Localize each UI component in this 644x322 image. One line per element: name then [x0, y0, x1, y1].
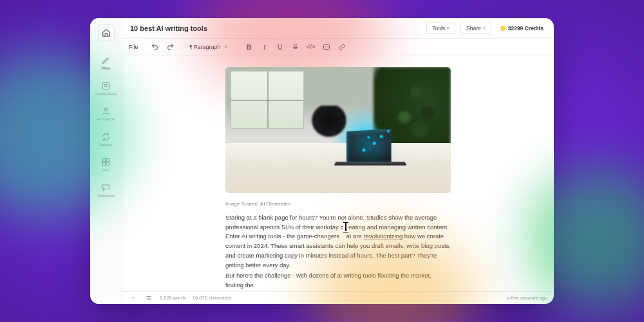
- article-paragraph[interactable]: But here's the challenge - with dozens o…: [225, 271, 451, 290]
- char-count: 16,070 characters: [193, 295, 231, 301]
- share-label: Share: [466, 25, 481, 32]
- credits-value: 32299 Credits: [508, 25, 544, 32]
- redo-icon: [166, 43, 175, 51]
- link-button[interactable]: [336, 41, 348, 53]
- svg-point-1: [104, 108, 107, 111]
- sidebar-item-chatsonic[interactable]: Chatsonic: [92, 179, 120, 202]
- svg-rect-5: [106, 163, 109, 166]
- svg-rect-3: [106, 159, 109, 162]
- article-icon: [101, 81, 111, 91]
- block-type-select[interactable]: ¶ Paragraph ▾: [187, 44, 232, 50]
- svg-rect-4: [103, 163, 106, 166]
- chevron-down-icon: ▾: [222, 44, 230, 50]
- link-icon: [338, 43, 346, 51]
- block-type-label: Paragraph: [194, 44, 221, 50]
- chat-icon: [101, 183, 111, 193]
- home-button[interactable]: [98, 24, 115, 41]
- strikethrough-icon: S: [293, 43, 298, 50]
- image-caption: Image Source: AI Generated: [225, 201, 451, 207]
- page-title: 10 best AI writing tools: [130, 24, 207, 32]
- underline-button[interactable]: U: [274, 41, 286, 53]
- text-cursor-icon: [343, 223, 349, 231]
- credits-badge[interactable]: 32299 Credits: [497, 25, 547, 32]
- sidebar-item-label: Rewrite: [99, 143, 112, 147]
- italic-button[interactable]: I: [259, 41, 270, 53]
- strike-button[interactable]: S: [290, 41, 301, 53]
- codeblock-button[interactable]: [321, 41, 332, 53]
- word-count: 2,520 words: [160, 295, 186, 301]
- saved-status: a few seconds ago: [507, 295, 547, 301]
- sidebar-item-rewrite[interactable]: Rewrite: [92, 128, 120, 151]
- svg-rect-6: [323, 44, 329, 49]
- editor-toolbar: File ¶ Paragraph ▾ B I U S </>: [122, 39, 554, 55]
- main-panel: 10 best AI writing tools Tools ▾ Share ▾…: [122, 18, 554, 304]
- sidebar-item-label: SEO: [102, 168, 110, 173]
- tools-label: Tools: [432, 25, 445, 32]
- undo-button[interactable]: [149, 41, 161, 53]
- sidebar-item-label: Article Writer: [95, 92, 117, 97]
- code-button[interactable]: </>: [305, 41, 317, 53]
- credits-dot-icon: [500, 26, 506, 31]
- code-icon: </>: [306, 43, 315, 50]
- home-icon: [102, 28, 111, 37]
- sidebar-item-humanizer[interactable]: Humanizer: [92, 102, 120, 126]
- chevron-down-icon: ▾: [483, 26, 486, 31]
- outline-button[interactable]: [144, 294, 153, 303]
- share-button[interactable]: Share ▾: [460, 23, 491, 34]
- app-window: Write Article Writer Humanizer Rewrite S…: [90, 18, 554, 304]
- codeblock-icon: [323, 43, 330, 51]
- plus-icon: ＋: [131, 295, 136, 301]
- status-bar: ＋ 2,520 words 16,070 characters a few se…: [122, 291, 554, 304]
- svg-rect-2: [103, 159, 106, 162]
- sidebar-item-article-writer[interactable]: Article Writer: [92, 77, 120, 100]
- topbar: 10 best AI writing tools Tools ▾ Share ▾…: [122, 18, 554, 39]
- file-menu[interactable]: File: [129, 44, 138, 50]
- add-block-button[interactable]: ＋: [129, 294, 138, 303]
- article-paragraph[interactable]: Staring at a blank page for hours? You'r…: [225, 213, 451, 270]
- refresh-icon: [101, 132, 111, 142]
- chevron-down-icon: ▾: [447, 26, 450, 31]
- list-icon: [146, 295, 152, 301]
- bold-button[interactable]: B: [243, 41, 255, 53]
- undo-icon: [151, 43, 159, 51]
- editor-scroll[interactable]: Image Source: AI Generated Staring at a …: [122, 55, 554, 291]
- sidebar-item-seo[interactable]: SEO: [92, 153, 120, 176]
- document-content[interactable]: Image Source: AI Generated Staring at a …: [225, 67, 451, 290]
- redo-button[interactable]: [165, 41, 176, 53]
- hero-image[interactable]: [225, 67, 451, 193]
- sidebar-item-label: Write: [102, 66, 111, 71]
- pencil-icon: [101, 55, 111, 65]
- sidebar-item-label: Humanizer: [97, 117, 115, 122]
- underline-icon: U: [278, 43, 282, 50]
- sidebar-item-label: Chatsonic: [97, 194, 115, 198]
- tools-button[interactable]: Tools ▾: [426, 23, 455, 34]
- bold-icon: B: [247, 43, 252, 51]
- grid-icon: [101, 157, 111, 167]
- person-icon: [101, 106, 111, 116]
- italic-icon: I: [263, 43, 266, 51]
- sidebar: Write Article Writer Humanizer Rewrite S…: [90, 18, 122, 304]
- sidebar-item-write[interactable]: Write: [92, 52, 120, 75]
- svg-rect-0: [103, 82, 109, 89]
